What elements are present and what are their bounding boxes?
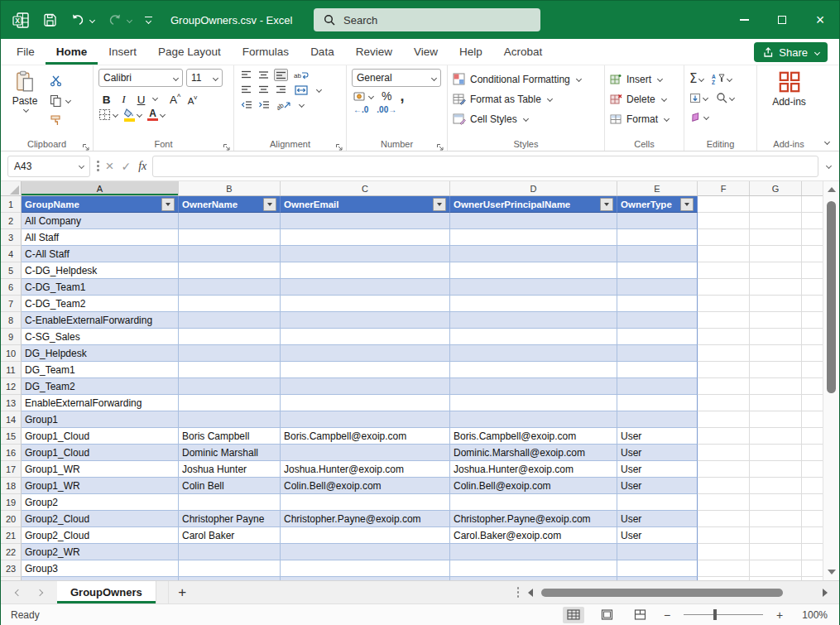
sort-filter-button[interactable]: AZ: [712, 70, 732, 87]
cell-E10[interactable]: [617, 345, 698, 362]
cell-B1[interactable]: OwnerName: [179, 196, 281, 213]
clear-button[interactable]: [689, 108, 708, 125]
scroll-right-arrow-icon[interactable]: [823, 589, 828, 597]
underline-button[interactable]: U: [133, 89, 149, 106]
cell-B15[interactable]: Boris Campbell: [179, 428, 281, 445]
decrease-font-size-button[interactable]: Av: [185, 89, 200, 106]
vertical-scrollbar-thumb[interactable]: [827, 201, 836, 393]
cell-B13[interactable]: [179, 395, 281, 411]
cell-D16[interactable]: Dominic.Marshall@exoip.com: [450, 445, 617, 461]
scroll-up-arrow-icon[interactable]: [828, 187, 836, 192]
cell-D11[interactable]: [450, 362, 617, 378]
cell-A21[interactable]: Group2_Cloud: [22, 527, 179, 544]
search-input[interactable]: Search: [314, 8, 540, 31]
cell-B4[interactable]: [179, 246, 281, 262]
row-header-20[interactable]: 20: [1, 511, 22, 527]
cell-F18[interactable]: [698, 478, 750, 494]
cell-D19[interactable]: [450, 494, 617, 511]
cell-E7[interactable]: [617, 296, 698, 312]
row-header-21[interactable]: 21: [1, 527, 22, 544]
page-layout-view-button[interactable]: [596, 607, 617, 623]
cell-C11[interactable]: [281, 362, 450, 378]
cell-E16[interactable]: User: [617, 445, 698, 461]
cell-C9[interactable]: [281, 329, 450, 345]
cell-F12[interactable]: [698, 378, 750, 395]
row-header-16[interactable]: 16: [1, 445, 22, 461]
cell-C17[interactable]: Joshua.Hunter@exoip.com: [281, 461, 450, 478]
cell-A5[interactable]: C-DG_Helpdesk: [22, 262, 179, 279]
cell-D20[interactable]: Christopher.Payne@exoip.com: [450, 511, 617, 527]
cell-C21[interactable]: [281, 527, 450, 544]
cell-B7[interactable]: [179, 296, 281, 312]
cell-F9[interactable]: [698, 329, 750, 345]
addins-button[interactable]: Add-ins: [770, 69, 809, 136]
cell-F4[interactable]: [698, 246, 750, 262]
formula-input[interactable]: [152, 156, 818, 177]
cell-F23[interactable]: [698, 560, 750, 577]
cell-G19[interactable]: [750, 494, 802, 511]
expand-formula-bar-chevron-icon[interactable]: [826, 163, 832, 169]
cell-B5[interactable]: [179, 262, 281, 279]
cell-A9[interactable]: C-SG_Sales: [22, 329, 179, 345]
cell-C5[interactable]: [281, 262, 450, 279]
insert-cells-button[interactable]: Insert: [610, 70, 669, 88]
cell-A11[interactable]: DG_Team1: [22, 362, 179, 378]
format-cells-button[interactable]: Format: [610, 110, 669, 127]
row-header-13[interactable]: 13: [1, 395, 22, 411]
row-header-10[interactable]: 10: [1, 345, 22, 362]
cell-G6[interactable]: [750, 279, 802, 296]
fill-color-chevron-icon[interactable]: [137, 112, 142, 118]
cell-C6[interactable]: [281, 279, 450, 296]
borders-button[interactable]: [98, 108, 118, 121]
cell-A19[interactable]: Group2: [22, 494, 179, 511]
cell-styles-button[interactable]: Cell Styles: [453, 110, 581, 127]
collapse-ribbon-chevron-icon[interactable]: [824, 139, 830, 145]
cell-D7[interactable]: [450, 296, 617, 312]
zoom-out-button[interactable]: −: [662, 608, 672, 622]
cell-F6[interactable]: [698, 279, 750, 296]
vertical-scrollbar[interactable]: [823, 181, 839, 580]
minimize-button[interactable]: [725, 1, 763, 39]
close-button[interactable]: ×: [801, 1, 839, 39]
cell-E15[interactable]: User: [617, 428, 698, 445]
merge-center-chevron-icon[interactable]: [316, 87, 322, 93]
cell-E1[interactable]: OwnerType: [617, 196, 698, 213]
cut-button[interactable]: [48, 72, 72, 89]
save-button[interactable]: [43, 13, 57, 27]
merge-center-button[interactable]: [291, 84, 311, 96]
cell-B18[interactable]: Colin Bell: [179, 478, 281, 494]
cell-D6[interactable]: [450, 279, 617, 296]
cell-F8[interactable]: [698, 312, 750, 329]
cell-F7[interactable]: [698, 296, 750, 312]
cell-D10[interactable]: [450, 345, 617, 362]
cell-C13[interactable]: [281, 395, 450, 411]
maximize-button[interactable]: [763, 1, 801, 39]
row-header-17[interactable]: 17: [1, 461, 22, 478]
cell-D22[interactable]: [450, 544, 617, 560]
align-right-button[interactable]: [274, 84, 288, 96]
cell-F16[interactable]: [698, 445, 750, 461]
enter-button[interactable]: ✓: [121, 160, 131, 173]
cell-B16[interactable]: Dominic Marshall: [179, 445, 281, 461]
cell-C3[interactable]: [281, 229, 450, 246]
align-top-button[interactable]: [239, 69, 253, 81]
cell-C2[interactable]: [281, 213, 450, 229]
cell-F5[interactable]: [698, 262, 750, 279]
conditional-formatting-button[interactable]: Conditional Formatting: [453, 70, 581, 88]
horizontal-scrollbar[interactable]: [541, 588, 814, 598]
cell-A13[interactable]: EnableExternalForwarding: [22, 395, 179, 411]
tab-data[interactable]: Data: [300, 39, 345, 65]
cell-A7[interactable]: C-DG_Team2: [22, 296, 179, 312]
cell-E20[interactable]: User: [617, 511, 698, 527]
cell-A17[interactable]: Group1_WR: [22, 461, 179, 478]
column-header-A[interactable]: A: [22, 181, 179, 195]
column-header-G[interactable]: G: [750, 181, 802, 195]
cell-A10[interactable]: DG_Helpdesk: [22, 345, 179, 362]
tab-file[interactable]: File: [6, 39, 46, 65]
cell-D5[interactable]: [450, 262, 617, 279]
cell-A18[interactable]: Group1_WR: [22, 478, 179, 494]
cell-D1[interactable]: OwnerUserPrincipalName: [450, 196, 617, 213]
cell-E23[interactable]: [617, 560, 698, 577]
tab-formulas[interactable]: Formulas: [232, 39, 300, 65]
next-sheet-button[interactable]: [29, 581, 50, 603]
